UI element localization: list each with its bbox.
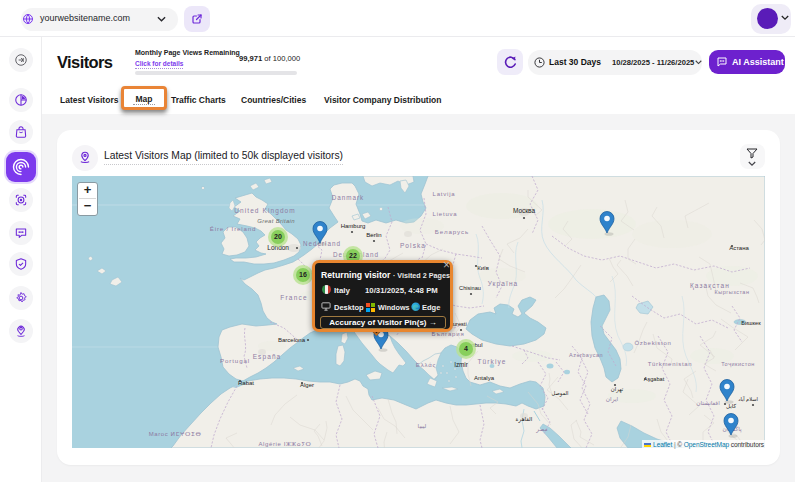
- svg-text:Latvija: Latvija: [433, 191, 456, 197]
- svg-text:Київ: Київ: [477, 265, 489, 271]
- svg-text:Berlin: Berlin: [366, 232, 381, 238]
- svg-text:تهران: تهران: [611, 386, 624, 393]
- svg-text:España: España: [253, 353, 282, 361]
- svg-text:Antalya: Antalya: [474, 375, 495, 381]
- svg-text:France: France: [280, 294, 307, 301]
- svg-text:Izmir: Izmir: [454, 361, 468, 368]
- svg-text:كابل: كابل: [726, 403, 736, 409]
- svg-text:Portugal: Portugal: [220, 357, 250, 364]
- svg-text:Україна: Україна: [488, 280, 519, 288]
- svg-text:Danmark: Danmark: [332, 194, 365, 201]
- svg-text:Ελλάς: Ελλάς: [416, 362, 436, 368]
- svg-text:ايران: ايران: [606, 396, 619, 403]
- svg-text:مصر: مصر: [535, 426, 547, 433]
- svg-text:United Kingdom: United Kingdom: [234, 207, 296, 215]
- svg-text:16: 16: [299, 271, 307, 278]
- svg-text:Azərbaycan: Azərbaycan: [569, 352, 603, 358]
- svg-text:22: 22: [349, 252, 357, 259]
- svg-text:Türkiye: Türkiye: [477, 358, 506, 366]
- svg-text:ليبيا: ليبيا: [418, 423, 427, 429]
- svg-text:Тоҷикистон: Тоҷикистон: [721, 361, 755, 368]
- svg-text:Polska: Polska: [400, 242, 426, 249]
- svg-text:4: 4: [464, 345, 468, 352]
- svg-text:Maroc ⵍⵎⵖⵔⵉⴱ: Maroc ⵍⵎⵖⵔⵉⴱ: [149, 431, 202, 437]
- svg-text:Algérie ⵏⵣⵣⴰⵢⵔ: Algérie ⵏⵣⵣⴰⵢⵔ: [259, 441, 312, 447]
- svg-text:اسلام آباد: اسلام آباد: [738, 396, 758, 402]
- svg-text:Özbekiston: Özbekiston: [634, 340, 671, 346]
- svg-text:الموصل: الموصل: [551, 390, 568, 397]
- svg-text:Barcelona: Barcelona: [278, 337, 306, 343]
- svg-text:Бишкек: Бишкек: [741, 320, 761, 326]
- svg-text:Türkmenistan: Türkmenistan: [648, 361, 693, 367]
- svg-text:20: 20: [274, 233, 282, 240]
- svg-text:افغانستان: افغانستان: [696, 400, 720, 406]
- svg-text:Éire / Ireland: Éire / Ireland: [210, 225, 256, 232]
- svg-text:Кыргызстан: Кыргызстан: [715, 289, 750, 295]
- svg-text:Москва: Москва: [513, 207, 536, 214]
- svg-text:Беларусь: Беларусь: [435, 228, 469, 235]
- svg-text:Hamburg: Hamburg: [341, 223, 366, 229]
- svg-text:Aşgabat: Aşgabat: [644, 376, 665, 382]
- svg-text:Lietuva: Lietuva: [433, 211, 458, 217]
- svg-text:Chisinau: Chisinau: [459, 285, 481, 291]
- svg-text:القاهرة: القاهرة: [516, 416, 533, 423]
- svg-text:Great Britain: Great Britain: [257, 218, 295, 224]
